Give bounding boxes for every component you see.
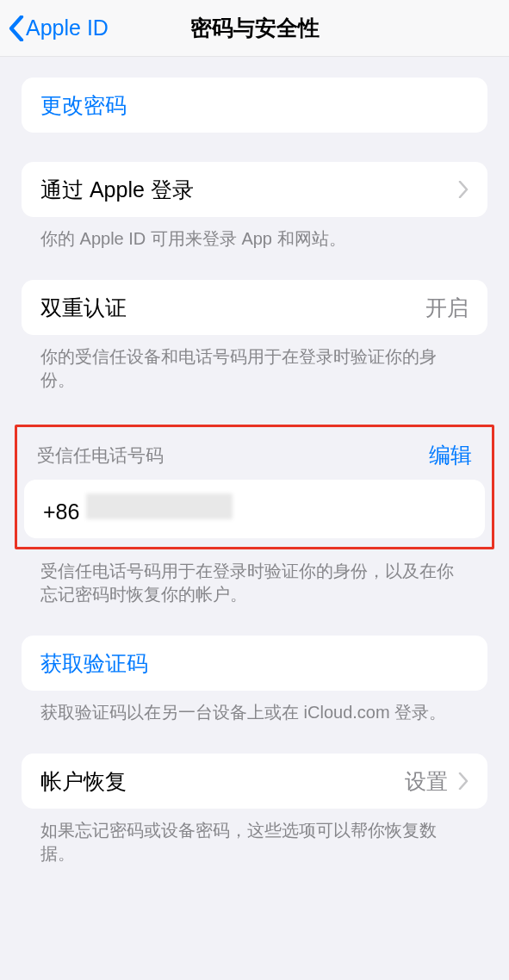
get-verification-code-label: 获取验证码 bbox=[40, 649, 148, 678]
get-verification-code-footer: 获取验证码以在另一台设备上或在 iCloud.com 登录。 bbox=[22, 691, 487, 724]
account-recovery-row[interactable]: 帐户恢复 设置 bbox=[22, 754, 487, 809]
trusted-phone-row[interactable]: +86 bbox=[24, 480, 485, 538]
two-factor-footer: 你的受信任设备和电话号码用于在登录时验证你的身份。 bbox=[22, 335, 487, 392]
two-factor-row[interactable]: 双重认证 开启 bbox=[22, 280, 487, 335]
back-label: Apple ID bbox=[26, 16, 109, 40]
get-verification-code-row[interactable]: 获取验证码 bbox=[22, 636, 487, 691]
two-factor-label: 双重认证 bbox=[40, 294, 127, 322]
sign-in-with-apple-row[interactable]: 通过 Apple 登录 bbox=[22, 162, 487, 217]
change-password-label: 更改密码 bbox=[40, 91, 127, 120]
chevron-right-icon bbox=[458, 181, 469, 198]
trusted-phone-redacted bbox=[86, 493, 233, 519]
account-recovery-detail: 设置 bbox=[405, 767, 448, 796]
chevron-right-icon bbox=[458, 772, 469, 790]
trusted-phone-footer: 受信任电话号码用于在登录时验证你的身份，以及在你忘记密码时恢复你的帐户。 bbox=[22, 549, 487, 606]
navigation-bar: Apple ID 密码与安全性 bbox=[0, 0, 509, 57]
account-recovery-footer: 如果忘记密码或设备密码，这些选项可以帮你恢复数据。 bbox=[22, 809, 487, 865]
two-factor-status: 开启 bbox=[425, 294, 469, 322]
trusted-phone-header: 受信任电话号码 bbox=[37, 443, 164, 468]
trusted-phone-prefix: +86 bbox=[43, 499, 79, 524]
change-password-row[interactable]: 更改密码 bbox=[22, 78, 487, 133]
sign-in-with-apple-label: 通过 Apple 登录 bbox=[40, 176, 194, 204]
highlight-annotation: 受信任电话号码 编辑 +86 bbox=[15, 425, 494, 549]
chevron-left-icon bbox=[9, 16, 24, 41]
page-title: 密码与安全性 bbox=[190, 14, 320, 42]
account-recovery-label: 帐户恢复 bbox=[40, 767, 127, 796]
sign-in-with-apple-footer: 你的 Apple ID 可用来登录 App 和网站。 bbox=[22, 217, 487, 251]
back-button[interactable]: Apple ID bbox=[9, 16, 109, 41]
trusted-phone-edit-button[interactable]: 编辑 bbox=[429, 441, 472, 469]
